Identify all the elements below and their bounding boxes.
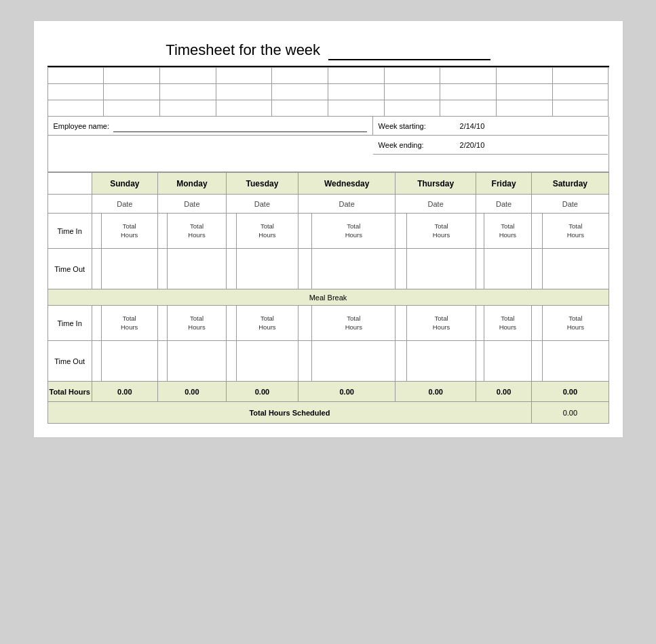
tuesday-timein-2[interactable]	[226, 306, 236, 341]
time-out-row-1: Time Out	[47, 249, 609, 289]
thursday-timeout-1b[interactable]	[407, 249, 476, 289]
thursday-timeout-1[interactable]	[395, 249, 407, 289]
thursday-totalhours-1: TotalHours	[407, 214, 476, 249]
wednesday-timeout-2b[interactable]	[312, 341, 395, 382]
friday-timeout-1[interactable]	[476, 249, 484, 289]
sunday-timein-1[interactable]	[92, 214, 101, 249]
saturday-timeout-2b[interactable]	[543, 341, 609, 382]
saturday-timeout-1b[interactable]	[543, 249, 609, 289]
saturday-date[interactable]: Date	[532, 195, 609, 214]
tuesday-timeout-1[interactable]	[226, 249, 236, 289]
week-starting-value[interactable]: 2/14/10	[460, 122, 485, 130]
title-text: Timesheet for the week	[166, 41, 320, 58]
wednesday-totalhours-2: TotalHours	[312, 306, 395, 341]
timesheet-page: Timesheet for the week	[33, 20, 623, 438]
friday-timeout-2b[interactable]	[484, 341, 532, 382]
friday-timeout-1b[interactable]	[484, 249, 532, 289]
week-ending-label: Week ending:	[379, 141, 460, 149]
week-ending-row: Week ending: 2/20/10	[373, 136, 609, 155]
monday-header: Monday	[157, 173, 226, 195]
sunday-totalhours-1: TotalHours	[101, 214, 157, 249]
friday-timein-2[interactable]	[476, 306, 484, 341]
wednesday-timeout-1b[interactable]	[312, 249, 395, 289]
date-row: Date Date Date Date Date Date Date	[47, 195, 609, 214]
wednesday-timeout-1[interactable]	[298, 249, 311, 289]
friday-totalhours-2: TotalHours	[484, 306, 532, 341]
employee-row: Employee name:	[48, 117, 373, 136]
week-ending-value[interactable]: 2/20/10	[460, 141, 485, 149]
scheduled-value: 0.00	[532, 402, 609, 424]
saturday-timeout-2[interactable]	[532, 341, 543, 382]
title-section: Timesheet for the week	[47, 35, 609, 67]
friday-header: Friday	[476, 173, 531, 195]
employee-label: Employee name:	[54, 122, 110, 130]
monday-timeout-1b[interactable]	[168, 249, 227, 289]
monday-totalhours-1: TotalHours	[168, 214, 227, 249]
thursday-timeout-2[interactable]	[395, 341, 407, 382]
week-starting-row: Week starting: 2/14/10	[373, 117, 609, 136]
saturday-header: Saturday	[532, 173, 609, 195]
friday-date[interactable]: Date	[476, 195, 531, 214]
monday-total: 0.00	[157, 382, 226, 402]
friday-timeout-2[interactable]	[476, 341, 484, 382]
time-in-label-1: Time In	[47, 214, 92, 249]
time-out-row-2: Time Out	[47, 341, 609, 382]
empty-header-cell	[47, 173, 92, 195]
sunday-timein-2[interactable]	[92, 306, 101, 341]
monday-timein-2[interactable]	[157, 306, 167, 341]
tuesday-timeout-2[interactable]	[226, 341, 236, 382]
saturday-totalhours-2: TotalHours	[543, 306, 609, 341]
tuesday-timeout-2b[interactable]	[236, 341, 298, 382]
tuesday-totalhours-2: TotalHours	[236, 306, 298, 341]
sunday-totalhours-2: TotalHours	[101, 306, 157, 341]
tuesday-timeout-1b[interactable]	[236, 249, 298, 289]
sunday-date[interactable]: Date	[92, 195, 157, 214]
sunday-timeout-2b[interactable]	[101, 341, 157, 382]
time-in-label-2: Time In	[47, 306, 92, 341]
sunday-total: 0.00	[92, 382, 157, 402]
saturday-timeout-1[interactable]	[532, 249, 543, 289]
saturday-timein-1[interactable]	[532, 214, 543, 249]
timesheet-table: Sunday Monday Tuesday Wednesday Thursday…	[47, 172, 609, 424]
tuesday-header: Tuesday	[226, 173, 298, 195]
sunday-header: Sunday	[92, 173, 157, 195]
thursday-timein-1[interactable]	[395, 214, 407, 249]
sunday-timeout-1b[interactable]	[101, 249, 157, 289]
wednesday-total: 0.00	[298, 382, 395, 402]
spacer-row-1	[47, 155, 609, 172]
sunday-timeout-2[interactable]	[92, 341, 101, 382]
monday-timein-1[interactable]	[157, 214, 167, 249]
friday-timein-1[interactable]	[476, 214, 484, 249]
monday-timeout-2[interactable]	[157, 341, 167, 382]
saturday-timein-2[interactable]	[532, 306, 543, 341]
wednesday-timein-2[interactable]	[298, 306, 311, 341]
thursday-timeout-2b[interactable]	[407, 341, 476, 382]
wednesday-timein-1[interactable]	[298, 214, 311, 249]
tuesday-date[interactable]: Date	[226, 195, 298, 214]
thursday-header: Thursday	[395, 173, 476, 195]
friday-totalhours-1: TotalHours	[484, 214, 532, 249]
employee-input[interactable]	[113, 120, 367, 132]
thursday-date[interactable]: Date	[395, 195, 476, 214]
time-in-row-2: Time In TotalHours TotalHours TotalHours…	[47, 306, 609, 341]
scheduled-row: Total Hours Scheduled 0.00	[47, 402, 609, 424]
meal-break-row: Meal Break	[47, 289, 609, 306]
day-header-row: Sunday Monday Tuesday Wednesday Thursday…	[47, 173, 609, 195]
thursday-total: 0.00	[395, 382, 476, 402]
monday-timeout-1[interactable]	[157, 249, 167, 289]
thursday-timein-2[interactable]	[395, 306, 407, 341]
title-underline[interactable]	[328, 41, 490, 60]
sunday-timeout-1[interactable]	[92, 249, 101, 289]
wednesday-timeout-2[interactable]	[298, 341, 311, 382]
time-out-label-2: Time Out	[47, 341, 92, 382]
tuesday-total: 0.00	[226, 382, 298, 402]
tuesday-totalhours-1: TotalHours	[236, 214, 298, 249]
scheduled-label: Total Hours Scheduled	[47, 402, 532, 424]
wednesday-date[interactable]: Date	[298, 195, 395, 214]
saturday-totalhours-1: TotalHours	[543, 214, 609, 249]
tuesday-timein-1[interactable]	[226, 214, 236, 249]
wednesday-header: Wednesday	[298, 173, 395, 195]
time-out-label-1: Time Out	[47, 249, 92, 289]
monday-timeout-2b[interactable]	[168, 341, 227, 382]
monday-date[interactable]: Date	[157, 195, 226, 214]
